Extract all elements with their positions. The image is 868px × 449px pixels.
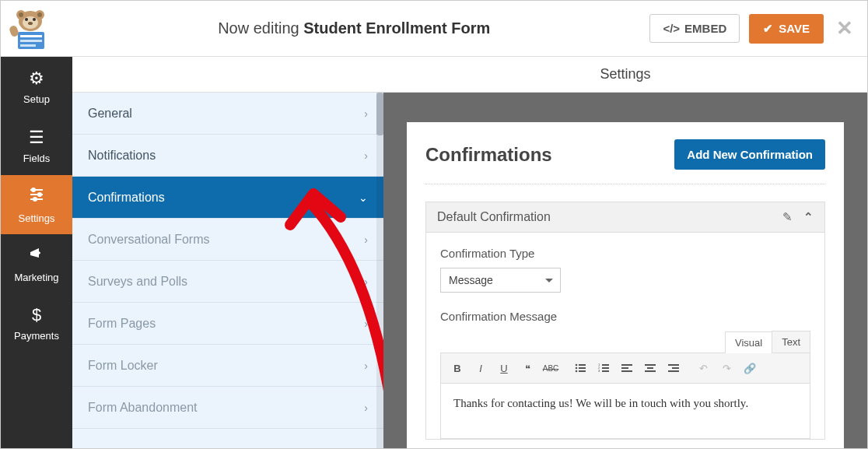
close-icon[interactable]: ✕ — [836, 16, 853, 40]
italic-icon[interactable]: I — [471, 358, 491, 378]
app-logo — [7, 7, 58, 51]
svg-point-6 — [25, 18, 28, 21]
svg-rect-38 — [668, 364, 679, 366]
svg-point-3 — [19, 12, 23, 17]
settings-item-notifications[interactable]: Notifications › — [72, 135, 383, 177]
svg-point-19 — [33, 198, 37, 201]
confirmation-type-label: Confirmation Type — [440, 247, 810, 260]
settings-item-conversational-forms[interactable]: Conversational Forms › — [72, 219, 383, 261]
chevron-right-icon: › — [364, 402, 368, 414]
editor-tab-visual[interactable]: Visual — [725, 331, 772, 353]
confirmation-header[interactable]: Default Confirmation ✎ ⌃ — [426, 202, 824, 233]
right-header: Settings — [383, 57, 867, 93]
svg-rect-40 — [668, 370, 679, 372]
strikethrough-icon[interactable]: ABC — [541, 358, 561, 378]
svg-rect-21 — [579, 364, 586, 366]
confirmation-message-label: Confirmation Message — [440, 310, 810, 323]
bullet-list-icon[interactable] — [570, 358, 590, 378]
embed-button[interactable]: </> EMBED — [649, 14, 740, 43]
svg-point-22 — [576, 367, 578, 370]
chevron-right-icon: › — [364, 317, 368, 330]
align-left-icon[interactable] — [617, 358, 637, 378]
bullhorn-icon — [28, 245, 45, 267]
sidebar-item-payments[interactable]: $ Payments — [1, 293, 72, 353]
svg-rect-31 — [602, 370, 609, 372]
svg-text:3: 3 — [598, 369, 600, 373]
settings-item-form-locker[interactable]: Form Locker › — [72, 345, 383, 387]
scrollbar-track[interactable] — [376, 93, 383, 448]
scrollbar-thumb[interactable] — [376, 93, 383, 135]
undo-icon[interactable]: ↶ — [693, 358, 713, 378]
svg-rect-27 — [602, 364, 609, 366]
svg-rect-10 — [20, 35, 42, 37]
svg-rect-34 — [621, 370, 632, 372]
chevron-up-icon[interactable]: ⌃ — [803, 210, 814, 224]
settings-item-confirmations[interactable]: Confirmations ⌄ — [72, 177, 383, 219]
svg-rect-12 — [20, 44, 36, 47]
svg-rect-39 — [672, 367, 679, 369]
settings-item-general[interactable]: General › — [72, 93, 383, 135]
panel-title: Confirmations — [425, 144, 552, 166]
chevron-right-icon: › — [364, 275, 368, 288]
main-sidebar: ⚙ Setup ☰ Fields Settings Marketing $ Pa… — [1, 57, 72, 448]
quote-icon[interactable]: ❝ — [517, 358, 537, 378]
svg-rect-13 — [9, 24, 19, 37]
dollar-icon: $ — [32, 305, 41, 325]
link-icon[interactable]: 🔗 — [740, 358, 760, 378]
svg-point-8 — [28, 22, 33, 25]
sidebar-item-settings[interactable]: Settings — [1, 175, 72, 234]
gear-icon: ⚙ — [29, 68, 44, 89]
svg-point-24 — [576, 370, 578, 373]
check-icon: ✔ — [763, 22, 773, 36]
underline-icon[interactable]: U — [494, 358, 514, 378]
chevron-down-icon: ⌄ — [359, 191, 368, 204]
code-icon: </> — [663, 22, 680, 35]
svg-rect-33 — [621, 367, 628, 369]
svg-rect-29 — [602, 367, 609, 369]
align-right-icon[interactable] — [663, 358, 684, 378]
settings-item-surveys-polls[interactable]: Surveys and Polls › — [72, 261, 383, 303]
settings-item-form-pages[interactable]: Form Pages › — [72, 303, 383, 345]
svg-rect-37 — [645, 370, 656, 372]
svg-rect-25 — [579, 370, 586, 372]
sidebar-item-marketing[interactable]: Marketing — [1, 234, 72, 293]
confirmation-type-select[interactable]: Message — [440, 268, 561, 293]
svg-point-4 — [37, 12, 42, 17]
chevron-right-icon: › — [364, 149, 368, 162]
chevron-right-icon: › — [364, 107, 368, 120]
svg-rect-32 — [621, 364, 632, 366]
svg-rect-11 — [20, 40, 42, 42]
confirmation-name: Default Confirmation — [437, 210, 551, 224]
number-list-icon[interactable]: 123 — [593, 358, 614, 378]
settings-item-form-abandonment[interactable]: Form Abandonment › — [72, 387, 383, 429]
chevron-right-icon: › — [364, 360, 368, 372]
editing-title: Now editing Student Enrollment Form — [58, 19, 649, 37]
chevron-right-icon: › — [364, 233, 368, 246]
redo-icon[interactable]: ↷ — [716, 358, 737, 378]
svg-point-7 — [33, 18, 36, 21]
list-icon: ☰ — [29, 128, 44, 148]
bold-icon[interactable]: B — [447, 358, 467, 378]
confirmation-message-editor[interactable]: Thanks for contacting us! We will be in … — [441, 384, 810, 438]
editor-tab-text[interactable]: Text — [772, 331, 810, 353]
svg-rect-36 — [647, 367, 653, 369]
svg-rect-35 — [645, 364, 656, 366]
sidebar-item-fields[interactable]: ☰ Fields — [1, 116, 72, 175]
sliders-icon — [28, 186, 45, 208]
svg-rect-23 — [579, 367, 586, 369]
svg-point-17 — [32, 188, 35, 191]
editor-toolbar: B I U ❝ ABC 123 — [441, 353, 810, 384]
add-new-confirmation-button[interactable]: Add New Confirmation — [674, 139, 825, 170]
settings-menu: General › Notifications › Confirmations … — [72, 93, 383, 448]
svg-point-18 — [38, 193, 41, 196]
svg-point-20 — [576, 364, 578, 367]
align-center-icon[interactable] — [640, 358, 660, 378]
pencil-icon[interactable]: ✎ — [782, 210, 793, 224]
save-button[interactable]: ✔ SAVE — [749, 14, 824, 44]
sidebar-item-setup[interactable]: ⚙ Setup — [1, 57, 72, 116]
